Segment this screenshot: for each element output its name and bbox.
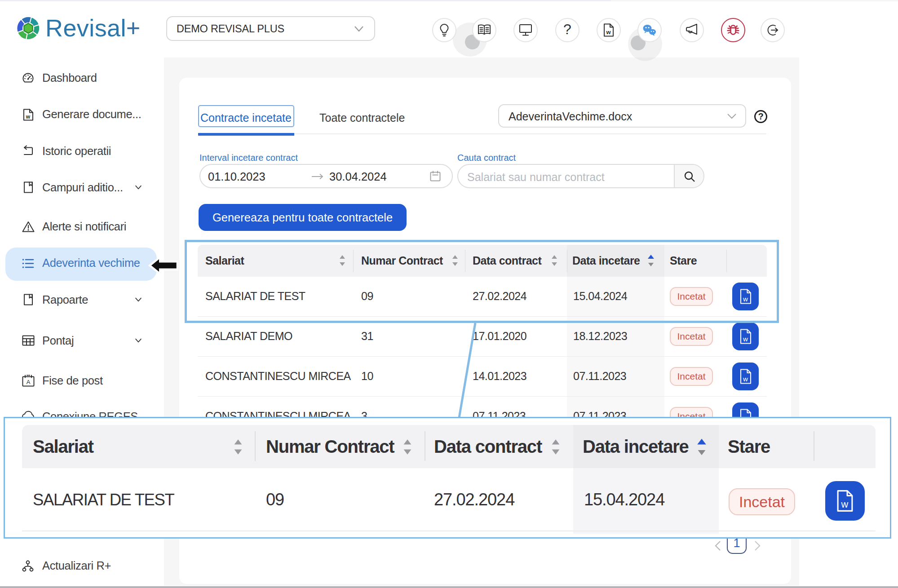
svg-text:w: w [743, 375, 748, 383]
svg-text:w: w [26, 114, 31, 120]
svg-text:w: w [743, 335, 748, 343]
svg-text:A: A [27, 379, 31, 385]
svg-text:w: w [840, 499, 848, 510]
svg-text:w: w [606, 29, 611, 35]
